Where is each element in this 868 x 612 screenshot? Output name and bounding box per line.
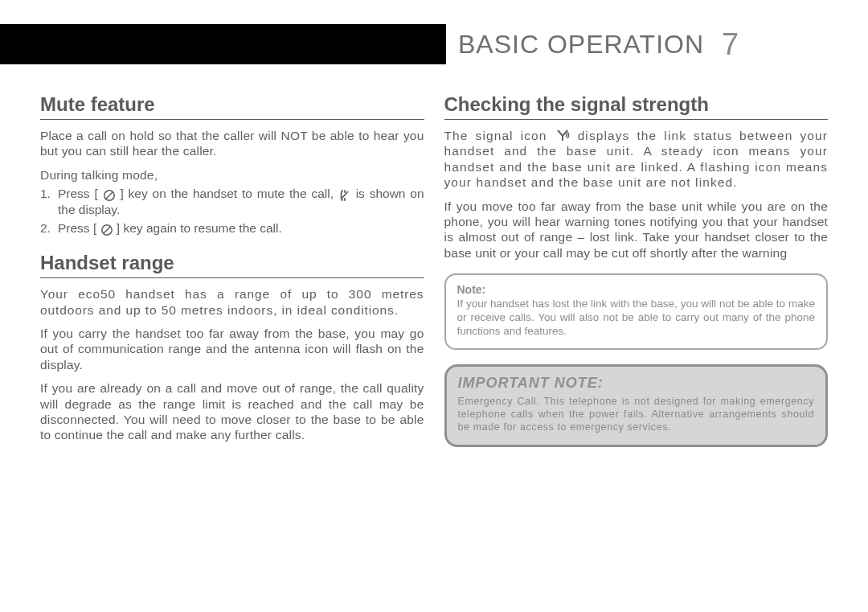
- step-number: 2.: [40, 220, 58, 236]
- heading-mute-feature: Mute feature: [40, 93, 424, 120]
- range-p1: Your eco50 handset has a range of up to …: [40, 286, 424, 318]
- mute-during: During talking mode,: [40, 167, 424, 183]
- step-body: Press [ ] key on the handset to mute the…: [58, 186, 424, 217]
- important-note-box: IMPORTANT NOTE: Emergency Call. This tel…: [444, 364, 829, 448]
- header-bar: BASIC OPERATION 7: [0, 24, 868, 64]
- note-title: Note:: [457, 283, 816, 296]
- mute-key-icon: [103, 189, 116, 200]
- header-black-bar: [0, 24, 446, 64]
- important-note-title: IMPORTANT NOTE:: [458, 375, 815, 392]
- note-box: Note: If your handset has lost the link …: [444, 273, 829, 350]
- manual-page: BASIC OPERATION 7 Mute feature Place a c…: [0, 0, 868, 612]
- page-number: 7: [722, 27, 739, 62]
- header-title: BASIC OPERATION: [458, 30, 704, 60]
- mute-display-icon: [338, 189, 351, 200]
- text: ] key on the handset to mute the call,: [120, 187, 334, 200]
- range-p3: If you are already on a call and move ou…: [40, 380, 424, 443]
- text: Press [: [58, 221, 96, 235]
- signal-p1: The signal icon displays the link status…: [444, 128, 829, 191]
- step-body: Press [ ] key again to resume the call.: [58, 220, 424, 236]
- heading-handset-range: Handset range: [40, 252, 424, 278]
- note-body: If your handset has lost the link with t…: [457, 298, 816, 339]
- mute-step-1: 1. Press [ ] key on the handset to mute …: [40, 186, 424, 217]
- mute-intro: Place a call on hold so that the caller …: [40, 128, 424, 159]
- text: The signal icon: [444, 129, 547, 142]
- content-area: Mute feature Place a call on hold so tha…: [40, 88, 828, 588]
- step-number: 1.: [40, 186, 58, 217]
- important-note-body: Emergency Call. This telephone is not de…: [458, 395, 815, 434]
- svg-line-1: [106, 192, 113, 199]
- range-p2: If you carry the handset too far away fr…: [40, 326, 424, 372]
- svg-line-4: [104, 227, 110, 233]
- mute-step-2: 2. Press [ ] key again to resume the cal…: [40, 220, 424, 236]
- text: Press [: [58, 187, 98, 200]
- signal-antenna-icon: [555, 129, 571, 141]
- signal-p2: If you move too far away from the base u…: [444, 199, 829, 261]
- left-column: Mute feature Place a call on hold so tha…: [40, 88, 424, 588]
- heading-signal-strength: Checking the signal strength: [444, 93, 829, 120]
- mute-key-icon: [100, 224, 113, 235]
- right-column: Checking the signal strength The signal …: [444, 88, 829, 588]
- text: ] key again to resume the call.: [117, 221, 282, 235]
